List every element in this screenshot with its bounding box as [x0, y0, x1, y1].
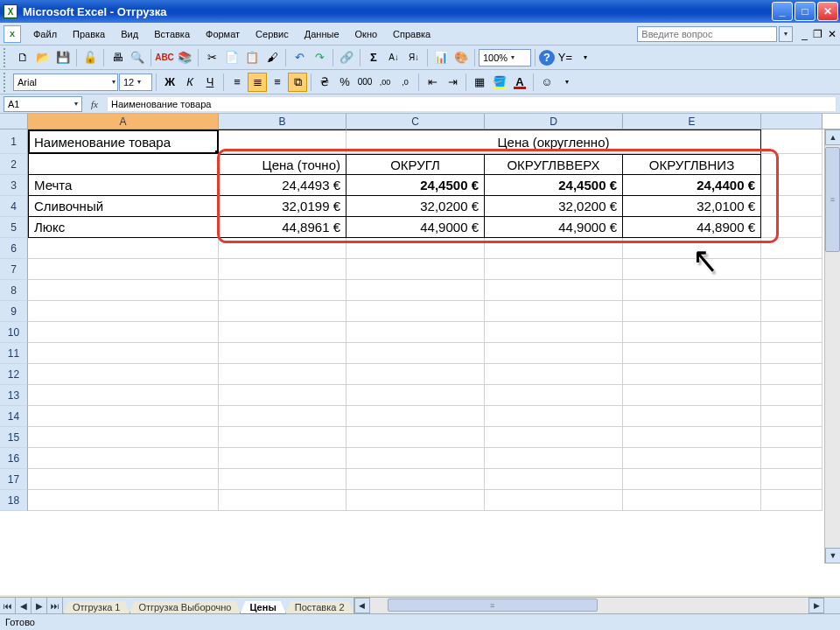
menu-edit[interactable]: Правка [66, 26, 112, 42]
menu-data[interactable]: Данные [298, 26, 346, 42]
cell[interactable] [761, 238, 822, 259]
row-header[interactable]: 12 [0, 364, 28, 385]
cell[interactable] [623, 490, 761, 511]
chart-wizard-icon[interactable]: 📊 [431, 48, 451, 67]
cell[interactable] [346, 448, 485, 469]
merge-center-icon[interactable]: ⧉ [288, 73, 307, 92]
cell[interactable] [623, 448, 761, 469]
row-header[interactable]: 2 [0, 154, 28, 175]
cell[interactable] [28, 406, 219, 427]
row-header[interactable]: 17 [0, 469, 28, 490]
cell[interactable] [761, 406, 822, 427]
cell-e3[interactable]: 24,4400 € [623, 175, 761, 196]
cell[interactable] [28, 469, 219, 490]
increase-decimal-icon[interactable]: ,00 [375, 73, 395, 92]
column-header-c[interactable]: C [346, 114, 485, 129]
scroll-right-icon[interactable]: ▶ [808, 598, 824, 613]
cell-c5[interactable]: 44,9000 € [346, 217, 485, 238]
cell[interactable] [485, 427, 623, 448]
cut-icon[interactable]: ✂ [202, 48, 221, 67]
cell[interactable] [761, 385, 822, 406]
cell[interactable] [28, 322, 219, 343]
cell[interactable] [485, 343, 623, 364]
cell[interactable] [485, 385, 623, 406]
decrease-indent-icon[interactable]: ⇤ [423, 73, 442, 92]
drawing-icon[interactable]: 🎨 [452, 48, 471, 67]
row-header[interactable]: 18 [0, 490, 28, 511]
cell[interactable] [485, 280, 623, 301]
row-header[interactable]: 11 [0, 343, 28, 364]
column-header-b[interactable]: B [219, 114, 346, 129]
sheet-tab-1[interactable]: Отгрузка 1 [63, 601, 130, 614]
cell[interactable] [346, 364, 485, 385]
cell[interactable] [28, 385, 219, 406]
cell[interactable] [219, 448, 346, 469]
cell[interactable] [623, 469, 761, 490]
paste-icon[interactable]: 📋 [242, 48, 262, 67]
name-box[interactable]: A1 ▾ [4, 96, 82, 112]
fx-icon[interactable]: fx [91, 99, 98, 109]
sheet-tab-2[interactable]: Отгрузка Выборочно [130, 601, 242, 614]
minimize-button[interactable]: _ [772, 2, 793, 21]
cell[interactable] [219, 385, 346, 406]
decrease-decimal-icon[interactable]: ,0 [396, 73, 415, 92]
cell-a2[interactable] [28, 154, 219, 175]
cell[interactable] [485, 238, 623, 259]
cell[interactable] [623, 343, 761, 364]
cell[interactable] [761, 130, 822, 154]
menu-help[interactable]: Справка [386, 26, 438, 42]
cell[interactable] [623, 301, 761, 322]
row-header[interactable]: 13 [0, 385, 28, 406]
row-header[interactable]: 6 [0, 238, 28, 259]
toolbar-handle[interactable] [4, 48, 9, 67]
cell[interactable] [485, 364, 623, 385]
cell[interactable] [219, 469, 346, 490]
currency-icon[interactable]: ₴ [315, 73, 334, 92]
cell[interactable] [761, 427, 822, 448]
column-header-extra[interactable] [761, 114, 822, 129]
cell-b1[interactable] [219, 130, 346, 154]
cell[interactable] [485, 259, 623, 280]
cell[interactable] [346, 322, 485, 343]
cell[interactable] [761, 364, 822, 385]
cell[interactable] [485, 490, 623, 511]
smiley-icon[interactable]: ☺ [537, 73, 556, 92]
increase-indent-icon[interactable]: ⇥ [443, 73, 462, 92]
cell[interactable] [761, 217, 822, 238]
cell[interactable] [485, 448, 623, 469]
cell[interactable] [485, 469, 623, 490]
mdi-restore[interactable]: ❐ [813, 28, 822, 40]
menu-file[interactable]: Файл [26, 26, 64, 42]
cell[interactable] [761, 259, 822, 280]
cell[interactable] [761, 469, 822, 490]
help-search-dropdown[interactable]: ▾ [779, 26, 793, 42]
row-header[interactable]: 3 [0, 175, 28, 196]
tab-nav-prev-icon[interactable]: ◀ [16, 598, 32, 613]
cell[interactable] [346, 301, 485, 322]
bold-button[interactable]: Ж [160, 73, 179, 92]
cell[interactable] [219, 427, 346, 448]
cell[interactable] [219, 259, 346, 280]
spellcheck-icon[interactable]: ABC [155, 48, 174, 67]
scroll-down-icon[interactable]: ▼ [825, 548, 840, 564]
italic-button[interactable]: К [180, 73, 200, 92]
cell-e2[interactable]: ОКРУГЛВНИЗ [623, 154, 761, 175]
menu-insert[interactable]: Вставка [147, 26, 197, 42]
cell[interactable] [346, 406, 485, 427]
cell-merged-header[interactable]: Цена (округленно) [346, 130, 761, 154]
align-center-icon[interactable]: ≣ [248, 73, 267, 92]
cell[interactable] [623, 280, 761, 301]
print-icon[interactable]: 🖶 [108, 48, 127, 67]
permission-icon[interactable]: 🔓 [80, 48, 100, 67]
cell-a1[interactable]: Наименование товара [28, 130, 219, 154]
tab-nav-first-icon[interactable]: ⏮ [0, 598, 16, 613]
cell-d3[interactable]: 24,4500 € [485, 175, 623, 196]
row-header[interactable]: 4 [0, 196, 28, 217]
cell-c3[interactable]: 24,4500 € [346, 175, 485, 196]
open-file-icon[interactable]: 📂 [33, 48, 52, 67]
redo-icon[interactable]: ↷ [310, 48, 329, 67]
row-header[interactable]: 9 [0, 301, 28, 322]
cell[interactable] [219, 322, 346, 343]
comma-style-icon[interactable]: 000 [355, 73, 374, 92]
toolbar-overflow-icon[interactable]: ▾ [576, 48, 595, 67]
